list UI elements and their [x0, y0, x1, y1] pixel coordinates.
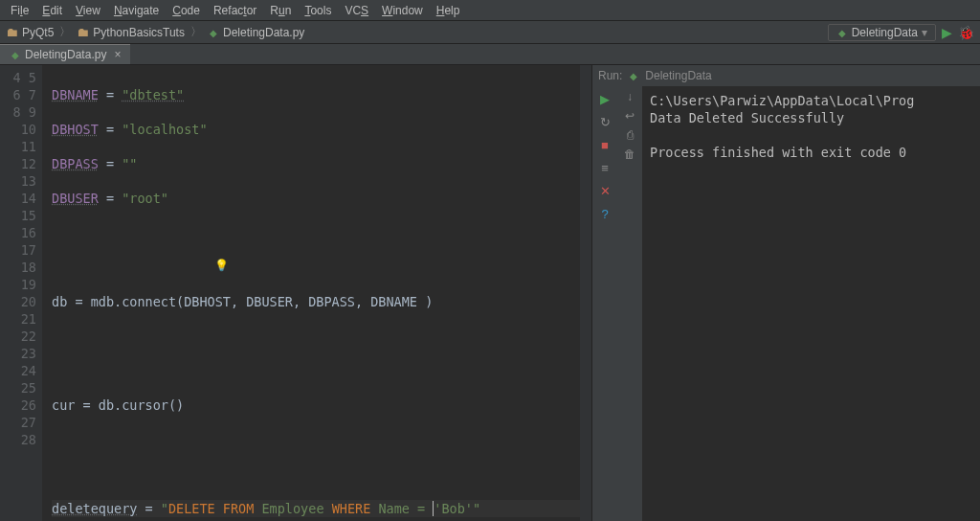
- close-tab-icon[interactable]: ×: [114, 48, 121, 61]
- crumb-file[interactable]: DeletingData.py: [223, 26, 304, 39]
- folder-icon: [77, 25, 89, 39]
- help-button[interactable]: ?: [596, 205, 613, 222]
- run-target-label: DeletingData: [645, 69, 711, 82]
- menu-run[interactable]: Run: [263, 4, 298, 17]
- menu-help[interactable]: Help: [430, 4, 467, 17]
- menu-edit[interactable]: Edit: [35, 4, 69, 17]
- project-icon: [6, 25, 18, 39]
- restart-button[interactable]: ↻: [596, 113, 613, 130]
- menu-navigate[interactable]: Navigate: [107, 4, 166, 17]
- run-toolbar-right: ↓ ↩ ⎙ 🗑: [617, 86, 642, 521]
- python-file-icon: [10, 48, 21, 61]
- intention-bulb-icon[interactable]: 💡: [214, 257, 229, 274]
- crumb-folder[interactable]: PythonBasicsTuts: [93, 26, 185, 39]
- run-button[interactable]: ▶: [942, 25, 952, 40]
- menu-refactor[interactable]: Refactor: [207, 4, 263, 17]
- run-title-label: Run:: [598, 69, 622, 82]
- crumb-project[interactable]: PyQt5: [22, 26, 54, 39]
- layout-button[interactable]: ≡: [596, 159, 613, 176]
- editor-tab-bar: DeletingData.py ×: [0, 44, 980, 65]
- run-configuration-selector[interactable]: DeletingData ▾: [828, 24, 936, 41]
- editor-tab[interactable]: DeletingData.py ×: [0, 44, 130, 64]
- menu-view[interactable]: View: [69, 4, 107, 17]
- close-run-button[interactable]: ✕: [596, 182, 613, 199]
- soft-wrap-button[interactable]: ↩: [625, 109, 635, 123]
- editor-scrollbar[interactable]: [580, 65, 591, 521]
- run-tool-window: Run: DeletingData ▶ ↻ ■ ≡ ✕ ? ↓ ↩ ⎙ 🗑 C:…: [591, 65, 980, 521]
- python-file-icon: [208, 26, 219, 39]
- menu-tools[interactable]: Tools: [298, 4, 338, 17]
- python-script-icon: [836, 26, 848, 39]
- chevron-right-icon: 〉: [57, 24, 73, 40]
- code-token: DBNAME: [52, 87, 99, 102]
- chevron-right-icon: 〉: [189, 24, 204, 40]
- scroll-to-end-button[interactable]: ↓: [627, 90, 633, 103]
- navigation-bar: PyQt5 〉 PythonBasicsTuts 〉 DeletingData.…: [0, 21, 980, 44]
- rerun-button[interactable]: ▶: [596, 90, 613, 107]
- run-config-label: DeletingData: [852, 26, 918, 39]
- console-output[interactable]: C:\Users\Parwiz\AppData\Local\Prog Data …: [642, 86, 980, 521]
- code-area[interactable]: DBNAME = "dbtest" DBHOST = "localhost" D…: [42, 65, 580, 521]
- line-number-gutter: 4 5 6 7 8 9 10 11 12 13 14 15 16 17 18 1…: [0, 65, 42, 521]
- debug-button[interactable]: 🐞: [958, 25, 974, 40]
- clear-all-button[interactable]: 🗑: [624, 147, 635, 161]
- editor-pane[interactable]: 4 5 6 7 8 9 10 11 12 13 14 15 16 17 18 1…: [0, 65, 591, 521]
- run-tool-window-header[interactable]: Run: DeletingData: [592, 65, 980, 86]
- run-toolbar-left: ▶ ↻ ■ ≡ ✕ ?: [592, 86, 617, 521]
- chevron-down-icon: ▾: [922, 26, 927, 39]
- menu-bar: File Edit View Navigate Code Refactor Ru…: [0, 0, 980, 21]
- menu-window[interactable]: Window: [375, 4, 430, 17]
- python-script-icon: [628, 69, 639, 82]
- print-button[interactable]: ⎙: [627, 128, 634, 142]
- menu-vcs[interactable]: VCS: [338, 4, 375, 17]
- menu-file[interactable]: File: [4, 4, 35, 17]
- stop-button[interactable]: ■: [596, 136, 613, 153]
- editor-tab-label: DeletingData.py: [25, 48, 106, 61]
- menu-code[interactable]: Code: [166, 4, 207, 17]
